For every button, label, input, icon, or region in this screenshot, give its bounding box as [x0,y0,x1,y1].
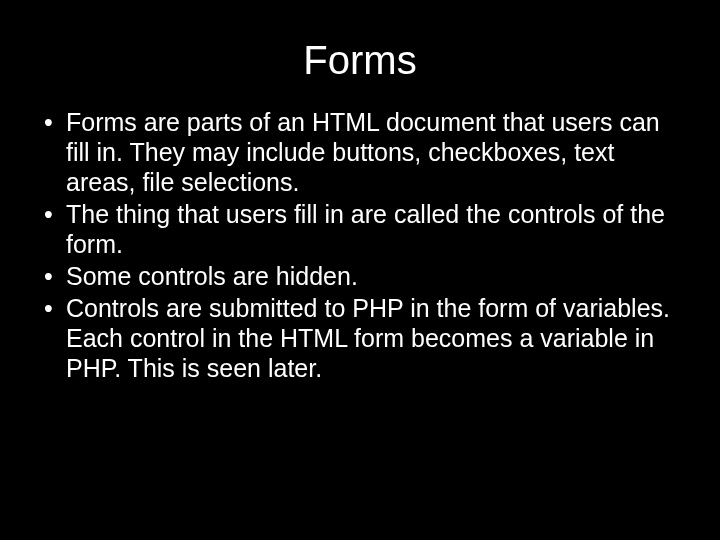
slide-container: Forms Forms are parts of an HTML documen… [0,0,720,540]
slide-title: Forms [30,38,690,83]
bullet-list: Forms are parts of an HTML document that… [30,107,690,383]
list-item: Some controls are hidden. [38,261,690,291]
list-item: Controls are submitted to PHP in the for… [38,293,690,383]
list-item: Forms are parts of an HTML document that… [38,107,690,197]
list-item: The thing that users fill in are called … [38,199,690,259]
